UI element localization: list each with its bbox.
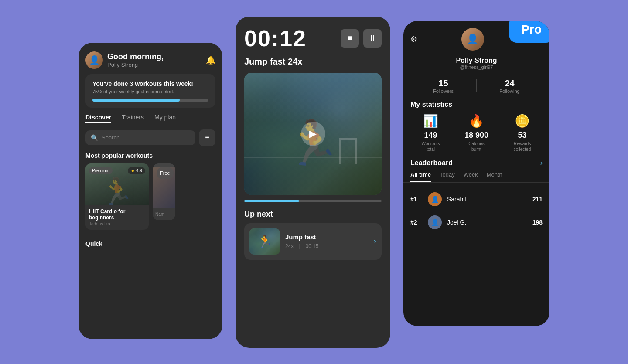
header-text: Good morning, Polly Strong — [107, 52, 201, 68]
leaderboard-chevron-icon[interactable]: › — [540, 159, 543, 167]
quick-title: Quick — [85, 240, 215, 247]
rating-badge: ★ 4.9 — [128, 167, 145, 174]
avatar-image: 👤 — [85, 51, 103, 69]
metric-rewards: 🪙 53 Rewardscollected — [502, 114, 543, 152]
star-icon: ★ — [131, 168, 135, 173]
rewards-value: 53 — [502, 131, 543, 140]
following-stat: 24 Following — [477, 78, 543, 94]
meta-separator: | — [299, 243, 300, 249]
search-row: 🔍 Search ≡ — [78, 129, 222, 146]
tab-myplan[interactable]: My plan — [154, 114, 176, 123]
workouts-icon: 📊 — [410, 114, 451, 128]
up-next-label: Up next — [236, 202, 390, 223]
leaderboard-header: Leaderboard › — [403, 159, 550, 171]
profile-identity: Polly Strong @fitness_girl97 — [403, 57, 550, 73]
calories-value: 18 900 — [456, 131, 497, 140]
leaderboard-row-1: #1 👤 Sarah L. 211 — [403, 188, 550, 211]
metric-workouts: 📊 149 Workoutstotal — [410, 114, 451, 152]
lb-tab-month[interactable]: Month — [487, 171, 502, 182]
card-title: You've done 3 workouts this week! — [92, 80, 208, 87]
next-exercise-title: Jump fast — [285, 233, 369, 241]
video-overlay: ▶ — [244, 73, 382, 195]
statistics-section-title: My statistics — [403, 99, 550, 114]
leader-1-avatar: 👤 — [428, 192, 442, 206]
rating-value: 4.9 — [136, 168, 142, 173]
next-exercise-thumb: 🏃 — [249, 228, 280, 255]
workout-info-1: HIIT Cardio for beginners Tadeas Izo — [85, 205, 149, 230]
partial-info: Nam — [153, 208, 175, 220]
stop-button[interactable]: ■ — [341, 29, 359, 48]
workouts-value: 149 — [410, 131, 451, 140]
partial-author: Nam — [155, 212, 173, 217]
profile-handle: @fitness_girl97 — [410, 65, 543, 70]
avatar: 👤 — [85, 51, 103, 69]
workout-card-2-partial[interactable]: Free Nam — [153, 163, 175, 220]
tab-trainers[interactable]: Trainers — [122, 114, 144, 123]
search-icon: 🔍 — [91, 134, 98, 141]
user-name: Polly Strong — [107, 61, 201, 68]
pro-badge[interactable]: Pro — [509, 21, 550, 43]
workout-card-1[interactable]: Premium ★ 4.9 🏃 HIIT Cardio for beginner… — [85, 163, 149, 230]
timer-display: 00:12 — [244, 25, 307, 51]
partial-badge: Free — [157, 167, 174, 179]
section-title-popular: Most popular workouts — [78, 152, 222, 159]
phone-player: 00:12 ■ ⏸ Jump fast 24x 🏃 ▶ Up next — [236, 17, 390, 348]
leader-1-score: 211 — [532, 196, 543, 203]
player-controls: ■ ⏸ — [341, 29, 382, 48]
workout-author-1: Tadeas Izo — [89, 221, 145, 226]
search-bar[interactable]: 🔍 Search — [85, 130, 195, 145]
filter-icon: ≡ — [205, 134, 209, 142]
metrics-row: 📊 149 Workoutstotal 🔥 18 900 Caloriesbur… — [403, 114, 550, 152]
tab-discover[interactable]: Discover — [85, 114, 111, 123]
quick-section: Quick — [78, 236, 222, 252]
discover-tabs: Discover Trainers My plan — [78, 114, 222, 123]
workout-title-1: HIIT Cardio for beginners — [89, 208, 145, 221]
rank-1: #1 — [410, 196, 423, 203]
next-exercise-card[interactable]: 🏃 Jump fast 24x | 00:15 › — [244, 223, 382, 260]
calories-label: Caloriesburnt — [456, 141, 497, 152]
leader-2-score: 198 — [532, 219, 543, 226]
leaderboard-title: Leaderboard — [410, 159, 453, 167]
followers-label: Followers — [410, 88, 476, 94]
next-exercise-meta: 24x | 00:15 — [285, 243, 369, 249]
settings-icon[interactable]: ⚙ — [410, 34, 417, 44]
next-exercise-info: Jump fast 24x | 00:15 — [285, 233, 369, 249]
play-button[interactable]: ▶ — [301, 122, 325, 146]
following-count: 24 — [477, 78, 543, 88]
calories-icon: 🔥 — [456, 114, 497, 128]
phone-home: 👤 Good morning, Polly Strong 🔔 You've do… — [78, 43, 222, 339]
premium-badge: Premium — [89, 167, 113, 174]
exercise-name: Jump fast 24x — [236, 57, 390, 73]
following-label: Following — [477, 88, 543, 94]
progress-bar-background — [92, 99, 208, 102]
metric-calories: 🔥 18 900 Caloriesburnt — [456, 114, 497, 152]
notification-bell-icon[interactable]: 🔔 — [206, 55, 215, 65]
phone-profile: Pro ⚙ 👤 Polly Strong @fitness_girl97 15 … — [403, 21, 550, 326]
partial-thumb: Free — [153, 167, 175, 208]
lb-tab-today[interactable]: Today — [440, 171, 455, 182]
next-exercise-reps: 24x — [285, 243, 294, 249]
rank-2: #2 — [410, 219, 423, 226]
lb-tab-alltime[interactable]: All time — [410, 171, 431, 182]
workout-thumbnail-1: Premium ★ 4.9 🏃 — [85, 163, 149, 205]
leader-2-avatar: 👤 — [428, 215, 442, 229]
rewards-label: Rewardscollected — [502, 141, 543, 152]
rewards-icon: 🪙 — [502, 114, 543, 128]
next-thumb-figure: 🏃 — [249, 228, 280, 255]
leader-1-name: Sarah L. — [447, 196, 527, 203]
lb-tab-week[interactable]: Week — [464, 171, 478, 182]
leaderboard-tabs: All time Today Week Month — [403, 171, 550, 183]
card-subtitle: 75% of your weekly goal is completed. — [92, 89, 208, 94]
leader-2-name: Joel G. — [447, 219, 527, 226]
pause-button[interactable]: ⏸ — [363, 29, 382, 48]
player-header: 00:12 ■ ⏸ — [236, 17, 390, 57]
play-icon: ▶ — [309, 128, 317, 139]
weekly-progress-card: You've done 3 workouts this week! 75% of… — [85, 74, 215, 108]
leaderboard-row-2: #2 👤 Joel G. 198 — [403, 211, 550, 234]
video-container: 🏃 ▶ — [244, 73, 382, 195]
home-header: 👤 Good morning, Polly Strong 🔔 — [78, 43, 222, 74]
profile-name: Polly Strong — [410, 57, 543, 65]
filter-button[interactable]: ≡ — [199, 129, 215, 146]
workouts-row: Premium ★ 4.9 🏃 HIIT Cardio for beginner… — [78, 163, 222, 230]
followers-count: 15 — [410, 78, 476, 88]
